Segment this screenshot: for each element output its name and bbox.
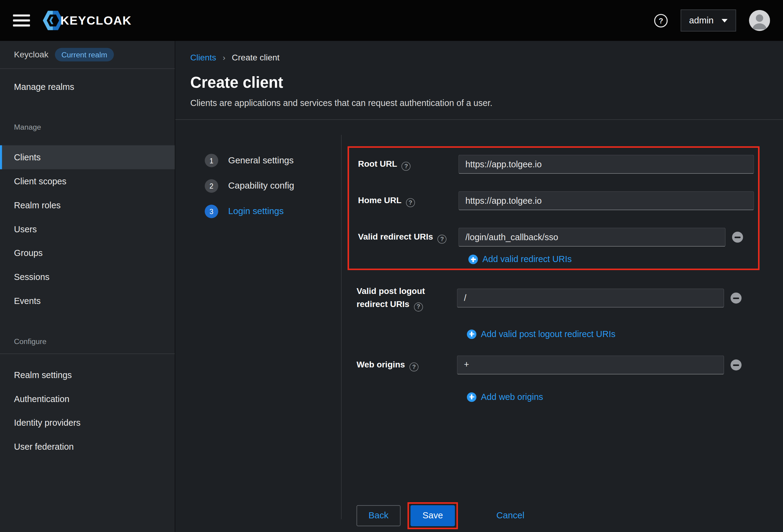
main-layout: Keycloak Current realm Manage realms Man… — [0, 41, 783, 532]
keycloak-admin-console: KEYCLOAK ? admin Keycloak Current realm — [0, 0, 783, 532]
avatar[interactable] — [749, 10, 770, 31]
redirect-uri-input[interactable] — [458, 228, 726, 247]
form-actions: Back Save Cancel — [356, 502, 783, 529]
content: Clients › Create client Create client Cl… — [175, 41, 783, 532]
hamburger-menu-icon[interactable] — [13, 14, 30, 26]
sidebar-manage-list: Clients Client scopes Realm roles Users … — [0, 145, 175, 313]
web-origin-input[interactable] — [457, 355, 724, 374]
post-logout-uris-row: Valid post logout redirect URIs? — [356, 285, 783, 312]
web-origins-row: Web origins? — [356, 355, 783, 374]
remove-post-logout-uri-button[interactable] — [730, 293, 741, 304]
wizard-nav: 1 General settings 2 Capability config 3… — [175, 120, 341, 532]
page-body: 1 General settings 2 Capability config 3… — [175, 120, 783, 532]
root-url-row: Root URL? — [358, 155, 754, 174]
root-url-input[interactable] — [458, 155, 754, 174]
current-realm-badge: Current realm — [55, 48, 114, 61]
redirect-uris-label: Valid redirect URIs? — [358, 230, 458, 244]
annotation-box-url-fields: Root URL? Home URL? Valid — [347, 146, 759, 270]
plus-circle-icon — [468, 255, 478, 264]
sidebar-item-realm-roles[interactable]: Realm roles — [0, 193, 175, 217]
sidebar-item-manage-realms[interactable]: Manage realms — [0, 75, 175, 99]
sidebar-item-client-scopes[interactable]: Client scopes — [0, 169, 175, 193]
breadcrumb-separator-icon: › — [223, 54, 225, 63]
masthead-toolbar: ? admin — [654, 9, 770, 31]
step-label: General settings — [228, 155, 294, 166]
sidebar-divider — [0, 353, 175, 354]
back-button[interactable]: Back — [356, 505, 401, 526]
wizard-step-capability-config[interactable]: 2 Capability config — [205, 179, 341, 192]
keycloak-brand[interactable]: KEYCLOAK — [42, 9, 131, 31]
step-number-badge: 3 — [205, 205, 218, 218]
step-label: Capability config — [228, 181, 294, 191]
realm-name: Keycloak — [14, 50, 48, 60]
step-label: Login settings — [228, 206, 284, 217]
help-icon[interactable]: ? — [409, 362, 418, 371]
sidebar-configure-list: Realm settings Authentication Identity p… — [0, 363, 175, 459]
sidebar: Keycloak Current realm Manage realms Man… — [0, 41, 175, 532]
redirect-uris-row: Valid redirect URIs? — [358, 228, 754, 247]
add-web-origin-link[interactable]: Add web origins — [467, 392, 783, 402]
sidebar-item-identity-providers[interactable]: Identity providers — [0, 411, 175, 435]
help-icon[interactable]: ? — [406, 198, 415, 208]
web-origins-label: Web origins? — [356, 358, 457, 371]
user-dropdown[interactable]: admin — [681, 9, 736, 31]
post-logout-uris-label: Valid post logout redirect URIs? — [356, 285, 457, 312]
cancel-link[interactable]: Cancel — [496, 510, 524, 521]
masthead: KEYCLOAK ? admin — [0, 0, 783, 41]
remove-web-origin-button[interactable] — [730, 359, 741, 370]
page-subtitle: Clients are applications and services th… — [190, 98, 768, 108]
help-icon[interactable]: ? — [654, 14, 667, 27]
breadcrumb-clients-link[interactable]: Clients — [190, 53, 216, 63]
help-icon[interactable]: ? — [402, 162, 411, 171]
login-settings-form: Root URL? Home URL? Valid — [341, 120, 783, 532]
remove-redirect-uri-button[interactable] — [732, 232, 743, 243]
brand-text: KEYCLOAK — [60, 13, 132, 27]
sidebar-item-events[interactable]: Events — [0, 289, 175, 313]
save-button[interactable]: Save — [411, 505, 455, 526]
sidebar-section-manage: Manage — [0, 99, 175, 137]
plus-circle-icon — [467, 330, 476, 339]
realm-selector[interactable]: Keycloak Current realm — [0, 41, 175, 69]
page-title: Create client — [190, 74, 768, 92]
post-logout-uri-input[interactable] — [457, 289, 724, 308]
user-name: admin — [689, 15, 714, 26]
sidebar-item-groups[interactable]: Groups — [0, 241, 175, 265]
home-url-input[interactable] — [458, 191, 754, 210]
wizard-step-login-settings[interactable]: 3 Login settings — [205, 205, 341, 218]
plus-circle-icon — [467, 392, 476, 402]
help-icon[interactable]: ? — [438, 235, 447, 244]
sidebar-item-user-federation[interactable]: User federation — [0, 435, 175, 459]
breadcrumb-current: Create client — [232, 53, 279, 63]
screenshot-root: KEYCLOAK ? admin Keycloak Current realm — [0, 0, 783, 532]
root-url-label: Root URL? — [358, 158, 458, 171]
home-url-row: Home URL? — [358, 191, 754, 210]
add-redirect-uri-link[interactable]: Add valid redirect URIs — [468, 254, 754, 265]
sidebar-item-realm-settings[interactable]: Realm settings — [0, 363, 175, 387]
sidebar-item-sessions[interactable]: Sessions — [0, 265, 175, 289]
page-header: Clients › Create client Create client Cl… — [175, 41, 783, 120]
sidebar-item-users[interactable]: Users — [0, 217, 175, 241]
home-url-label: Home URL? — [358, 194, 458, 207]
add-post-logout-uri-link[interactable]: Add valid post logout redirect URIs — [467, 329, 783, 340]
sidebar-item-authentication[interactable]: Authentication — [0, 387, 175, 411]
breadcrumb: Clients › Create client — [190, 53, 768, 63]
step-number-badge: 1 — [205, 154, 218, 167]
wizard-step-general-settings[interactable]: 1 General settings — [205, 154, 341, 167]
chevron-down-icon — [722, 19, 728, 23]
help-icon[interactable]: ? — [414, 303, 423, 312]
sidebar-section-configure: Configure — [0, 313, 175, 352]
wizard-divider — [341, 135, 342, 519]
annotation-box-save: Save — [408, 502, 458, 529]
step-number-badge: 2 — [205, 179, 218, 192]
sidebar-item-clients[interactable]: Clients — [0, 145, 175, 169]
